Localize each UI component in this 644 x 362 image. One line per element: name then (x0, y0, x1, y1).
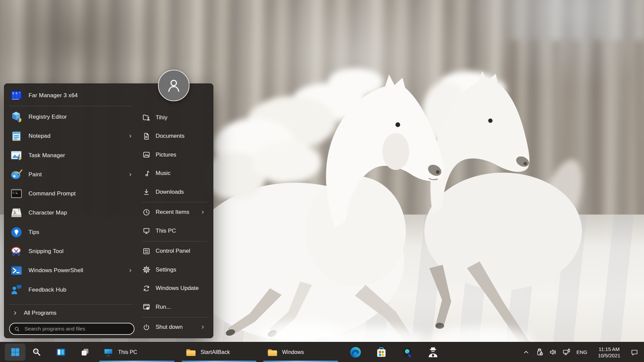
start-menu-item-pictures[interactable]: Pictures (137, 145, 210, 164)
start-menu-item-run[interactable]: Run... (137, 298, 210, 316)
monitor-outline-icon (142, 227, 151, 235)
start-button[interactable] (5, 344, 25, 361)
start-menu-item-notepad[interactable]: Notepad (7, 127, 137, 146)
running-app-underline (99, 361, 174, 362)
agent-icon[interactable] (427, 346, 439, 358)
search-box[interactable] (9, 323, 135, 335)
folder-icon (267, 347, 278, 358)
powershell-icon (10, 264, 23, 277)
svg-text:C:\: C:\ (12, 191, 17, 194)
submenu-chevron-icon (127, 133, 133, 139)
submenu-chevron-icon (200, 324, 206, 330)
start-menu-item-windows-powershell[interactable]: Windows PowerShell (7, 261, 137, 280)
user-avatar[interactable] (158, 70, 190, 101)
start-menu-item-downloads[interactable]: Downloads (137, 183, 210, 201)
start-menu-item-tips[interactable]: Tips (7, 223, 137, 242)
running-app-underline (263, 361, 338, 362)
submenu-chevron-icon (127, 172, 133, 177)
rear-horse (423, 71, 592, 357)
volume-icon[interactable] (548, 348, 557, 357)
task-view-icon[interactable] (56, 347, 66, 357)
start-menu-item-far-manager-3-x64[interactable]: Far Manager 3 x64 (7, 86, 137, 105)
start-menu-item-feedback-hub[interactable]: Feedback Hub (7, 280, 137, 299)
taskbar-quick-icons (32, 342, 90, 362)
separator (142, 317, 208, 317)
separator (9, 106, 133, 106)
start-menu-footer: All Programs (7, 303, 137, 335)
start-menu-item-settings[interactable]: Settings (137, 260, 210, 279)
start-menu: Far Manager 3 x64 Registry Editor Notepa… (4, 83, 213, 338)
chat-bubble-icon[interactable] (630, 348, 639, 357)
task-manager-icon (10, 149, 23, 162)
start-menu-item-control-panel[interactable]: Control Panel (137, 242, 210, 261)
power-icon (142, 323, 151, 331)
clock-icon (142, 208, 151, 217)
taskbar-button-windows[interactable]: Windows (263, 342, 339, 362)
start-menu-left-column: Far Manager 3 x64 Registry Editor Notepa… (7, 86, 137, 299)
feedback-hub-icon (10, 283, 23, 297)
control-panel-icon (142, 247, 151, 255)
start-menu-item-windows-update[interactable]: Windows Update (137, 279, 210, 298)
music-note-icon (142, 169, 151, 178)
network-display-icon[interactable] (562, 348, 571, 357)
start-menu-item-recent-items[interactable]: Recent Items (137, 203, 210, 222)
taskbar-button-startallback[interactable]: StartAllBack (181, 342, 257, 362)
svg-text:λ: λ (13, 209, 16, 215)
taskbar-clock[interactable]: 11:15 AM 10/5/2021 (593, 346, 625, 359)
front-horse (186, 68, 444, 344)
start-menu-item-paint[interactable]: Paint (7, 165, 137, 184)
gear-icon (142, 265, 151, 274)
language-indicator[interactable]: ENG (575, 349, 588, 355)
clock-time: 11:15 AM (599, 346, 620, 352)
start-menu-item-shut-down[interactable]: Shut down (137, 318, 210, 337)
tray-status-icons (535, 348, 571, 357)
sync-icon (142, 284, 151, 293)
start-menu-item-task-manager[interactable]: Task Manager (7, 146, 137, 165)
system-tray: ENG 11:15 AM 10/5/2021 (522, 342, 644, 362)
registry-editor-icon (10, 110, 23, 124)
start-menu-right-column: Tihiy Documents Pictures Music Downloads (137, 108, 210, 337)
taskbar-button-this-pc[interactable]: This PC (99, 342, 175, 362)
microsoft-store-icon[interactable] (375, 346, 387, 358)
notepad-icon (10, 129, 23, 143)
start-menu-item-music[interactable]: Music (137, 164, 210, 183)
start-menu-item-this-pc[interactable]: This PC (137, 222, 210, 240)
command-prompt-icon: C:\ (10, 187, 23, 200)
user-folder-icon (142, 113, 151, 122)
all-programs-button[interactable]: All Programs (7, 306, 137, 320)
submenu-chevron-icon (127, 268, 133, 274)
submenu-chevron-icon (200, 209, 206, 215)
search-input[interactable] (24, 325, 130, 332)
search-icon[interactable] (32, 347, 42, 357)
pc-monitor-icon (103, 347, 114, 358)
download-icon (142, 188, 151, 196)
document-icon (142, 132, 151, 140)
paint-icon (10, 168, 23, 181)
tips-icon (10, 226, 23, 239)
snipping-tool-icon (10, 245, 23, 258)
start-menu-item-tihiy[interactable]: Tihiy (137, 108, 210, 127)
running-app-underline (182, 361, 256, 362)
user-avatar-icon (165, 77, 182, 94)
windows-logo-icon (11, 348, 20, 357)
taskbar-pinned-icons (350, 342, 439, 362)
start-menu-item-character-map[interactable]: λ7 Character Map (7, 203, 137, 223)
start-menu-item-command-prompt[interactable]: C:\ Command Prompt (7, 184, 137, 203)
far-manager-icon (10, 89, 23, 102)
stacked-windows-icon[interactable] (80, 347, 90, 357)
chevron-right-icon (12, 310, 18, 316)
start-menu-item-snipping-tool[interactable]: Snipping Tool (7, 242, 137, 261)
pictures-icon (142, 150, 151, 159)
edge-icon[interactable] (350, 346, 362, 358)
all-programs-label: All Programs (24, 310, 56, 316)
spider-scanner-icon[interactable] (401, 346, 413, 358)
separator (142, 241, 208, 241)
start-menu-item-documents[interactable]: Documents (137, 127, 210, 146)
separator (9, 304, 133, 305)
search-icon (14, 326, 20, 332)
chevron-up-icon[interactable] (522, 348, 530, 357)
svg-text:7: 7 (17, 209, 19, 213)
start-menu-item-registry-editor[interactable]: Registry Editor (7, 107, 137, 126)
separator (142, 202, 208, 202)
usb-eject-icon[interactable] (535, 348, 544, 357)
